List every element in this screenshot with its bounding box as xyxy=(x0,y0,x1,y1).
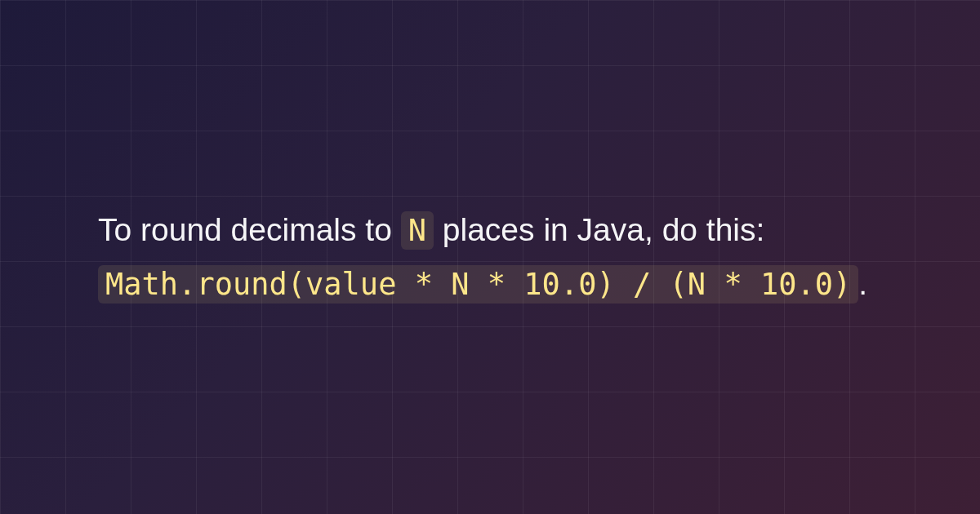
description-text: To round decimals to N places in Java, d… xyxy=(98,203,882,310)
text-part-3: . xyxy=(858,266,867,301)
inline-code-expression: Math.round(value * N * 10.0) / (N * 10.0… xyxy=(98,265,858,304)
inline-code-n: N xyxy=(401,211,434,250)
text-part-2: places in Java, do this: xyxy=(434,212,764,247)
text-part-1: To round decimals to xyxy=(98,212,401,247)
content-wrapper: To round decimals to N places in Java, d… xyxy=(0,0,980,514)
